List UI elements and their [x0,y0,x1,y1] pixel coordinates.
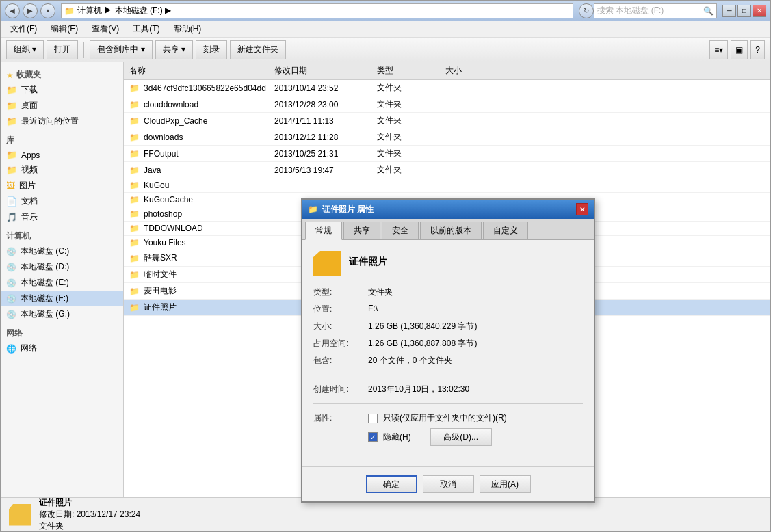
drive-g-icon: 💿 [6,310,16,319]
ok-button[interactable]: 确定 [366,475,417,493]
readonly-checkbox[interactable] [368,414,378,423]
nav-up-button[interactable]: ▲ [40,3,55,18]
preview-button[interactable]: ▣ [731,40,748,59]
col-date-header[interactable]: 修改日期 [274,65,377,77]
menu-file[interactable]: 文件(F) [6,22,41,36]
file-date: 2013/12/28 23:00 [274,100,377,109]
sidebar-item-desktop[interactable]: 📁 桌面 [1,98,123,114]
tab-previous-versions[interactable]: 以前的版本 [420,222,482,239]
dialog-location-row: 位置: F:\ [313,304,583,315]
sidebar-documents-label: 文档 [21,196,38,207]
tab-security[interactable]: 安全 [382,222,419,239]
sidebar-item-video[interactable]: 📁 视频 [1,162,123,178]
dialog-content: 证件照片 类型: 文件夹 位置: F:\ 大小: 1.26 GB (1,360,… [302,240,594,466]
folder-icon: 📁 [129,254,140,263]
dialog-divider2 [313,403,583,404]
dialog-size-value: 1.26 GB (1,360,840,229 字节) [368,321,477,332]
sidebar-item-drive-e[interactable]: 💿 本地磁盘 (E:) [1,275,123,291]
menu-tools[interactable]: 工具(T) [129,22,164,36]
table-row[interactable]: 📁KuGou [124,178,770,193]
folder-icon: 📁 [129,303,140,312]
close-button[interactable]: ✕ [753,5,766,17]
apps-folder-icon: 📁 [6,150,17,160]
minimize-button[interactable]: ─ [722,5,736,17]
cancel-button[interactable]: 取消 [423,475,474,493]
sidebar-item-documents[interactable]: 📄 文档 [1,194,123,209]
table-row[interactable]: 📁CloudPxp_Cache 2014/1/11 11:13 文件夹 [124,113,770,129]
dialog-contains-value: 20 个文件，0 个文件夹 [368,355,452,367]
dialog-size-label: 大小: [313,321,368,332]
table-row[interactable]: 📁FFOutput 2013/10/25 21:31 文件夹 [124,146,770,162]
sidebar-desktop-label: 桌面 [21,100,38,111]
sidebar-item-network[interactable]: 🌐 网络 [1,341,123,356]
folder-icon: 📁 [129,238,140,248]
sidebar-item-drive-g[interactable]: 💿 本地磁盘 (G:) [1,306,123,322]
new-folder-button[interactable]: 新建文件夹 [230,40,286,59]
sidebar-music-label: 音乐 [21,211,38,223]
favorites-title: 收藏夹 [16,69,41,81]
menu-edit[interactable]: 编辑(E) [47,22,82,36]
refresh-button[interactable]: ↻ [579,3,594,18]
sidebar-item-drive-c[interactable]: 💿 本地磁盘 (C:) [1,243,123,259]
folder-icon: 📁 [129,209,140,219]
open-button[interactable]: 打开 [47,40,78,59]
nav-back-button[interactable]: ◀ [5,3,20,18]
burn-button[interactable]: 刻录 [196,40,227,59]
hidden-checkmark: ✓ [370,434,376,441]
hidden-checkbox[interactable]: ✓ [368,432,378,442]
tab-share[interactable]: 共享 [343,222,380,239]
help-button[interactable]: ? [750,40,765,59]
status-info: 证件照片 修改日期: 2013/12/17 23:24 文件夹 [39,497,140,532]
properties-dialog: 📁 证件照片 属性 ✕ 常规 共享 安全 以前的版本 自定义 证件照片 类型: … [301,198,595,503]
sidebar-item-download[interactable]: 📁 下载 [1,82,123,98]
view-button[interactable]: ≡▾ [709,40,728,59]
network-title: 网络 [1,322,123,341]
dialog-close-button[interactable]: ✕ [576,203,588,215]
search-placeholder: 搜索 本地磁盘 (F:) [597,5,703,16]
advanced-button[interactable]: 高级(D)... [430,428,492,446]
tab-general[interactable]: 常规 [305,222,342,240]
address-bar[interactable]: 📁 计算机 ▶ 本地磁盘 (F:) ▶ [61,3,573,18]
address-text: 计算机 ▶ 本地磁盘 (F:) ▶ [77,5,171,16]
sidebar-item-drive-d[interactable]: 💿 本地磁盘 (D:) [1,259,123,275]
dialog-title-icon: 📁 [308,204,318,214]
folder-icon: 📁 [129,133,140,142]
nav-forward-button[interactable]: ▶ [23,3,38,18]
status-folder-icon [9,504,31,526]
col-size-header[interactable]: 大小 [445,65,500,77]
dialog-tabs: 常规 共享 安全 以前的版本 自定义 [302,219,594,240]
search-bar[interactable]: 搜索 本地磁盘 (F:) 🔍 [594,3,717,18]
menu-help[interactable]: 帮助(H) [170,22,206,36]
file-date: 2014/1/11 11:13 [274,116,377,126]
table-row[interactable]: 📁Java 2013/5/13 19:47 文件夹 [124,162,770,178]
dialog-folder-icon [313,251,341,276]
dialog-location-label: 位置: [313,304,368,315]
table-row[interactable]: 📁clouddownload 2013/12/28 23:00 文件夹 [124,96,770,113]
file-type: 文件夹 [377,115,445,127]
col-type-header[interactable]: 类型 [377,65,445,77]
organize-button[interactable]: 组织 ▾ [6,40,44,59]
sidebar-item-drive-f[interactable]: 💿 本地磁盘 (F:) [1,291,123,306]
sidebar-item-apps[interactable]: 📁 Apps [1,148,123,162]
documents-folder-icon: 📄 [6,196,17,207]
include-library-button[interactable]: 包含到库中 ▾ [90,40,152,59]
table-row[interactable]: 📁downloads 2013/12/12 11:28 文件夹 [124,129,770,146]
apply-button[interactable]: 应用(A) [480,475,531,493]
maximize-button[interactable]: □ [737,5,751,17]
col-name-header[interactable]: 名称 [124,65,274,77]
table-row[interactable]: 📁3d467cf9dfc130665822e65d04dd 2013/10/14… [124,80,770,96]
sidebar-item-music[interactable]: 🎵 音乐 [1,209,123,225]
file-date: 2013/10/14 23:52 [274,83,377,93]
sidebar-drive-g-label: 本地磁盘 (G:) [21,308,70,320]
music-folder-icon: 🎵 [6,212,17,222]
sidebar-item-recent[interactable]: 📁 最近访问的位置 [1,114,123,129]
dialog-buttons: 确定 取消 应用(A) [302,466,594,501]
dialog-created-value: 2013年10月10日，13:02:30 [368,384,469,395]
share-button[interactable]: 共享 ▾ [155,40,193,59]
menu-view[interactable]: 查看(V) [88,22,123,36]
sidebar-item-pictures[interactable]: 🖼 图片 [1,178,123,194]
dialog-created-label: 创建时间: [313,384,368,395]
computer-title: 计算机 [1,225,123,243]
sidebar-video-label: 视频 [21,164,38,176]
tab-customize[interactable]: 自定义 [483,222,528,239]
